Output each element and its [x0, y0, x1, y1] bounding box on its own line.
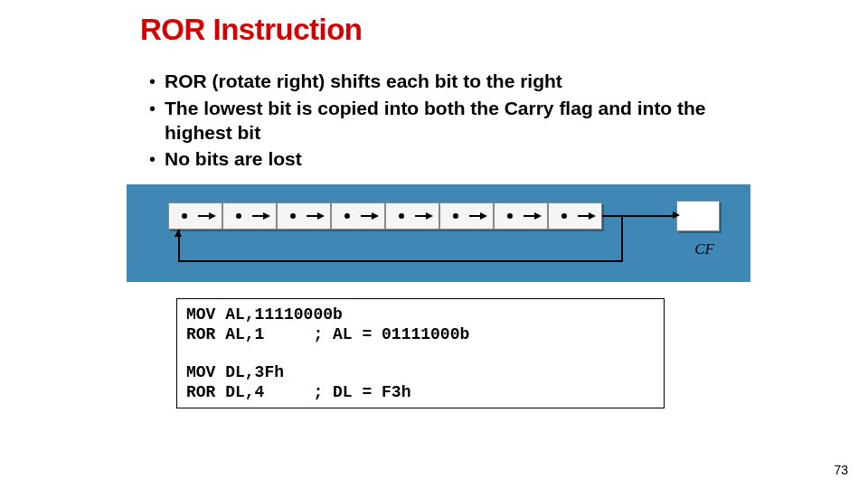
code-line: ROR DL,4 ; DL = F3h: [186, 382, 655, 402]
arrow-right-icon: [209, 212, 216, 220]
bullet-dot-icon: •: [149, 69, 156, 94]
arrow-right-icon: [534, 212, 542, 220]
ror-diagram: CF: [127, 184, 750, 282]
slide: ROR Instruction • ROR (rotate right) shi…: [0, 0, 868, 488]
bit-cell: [494, 202, 548, 230]
dot-icon: [182, 213, 187, 219]
carry-flag-label: CF: [694, 240, 714, 258]
slide-title: ROR Instruction: [140, 13, 868, 47]
code-example: MOV AL,11110000b ROR AL,1 ; AL = 0111100…: [176, 298, 665, 408]
bullet-text: No bits are lost: [165, 146, 302, 171]
arrow-up-icon: [175, 230, 182, 237]
connector-line: [621, 216, 623, 261]
dot-icon: [236, 213, 241, 219]
connector-line: [602, 215, 676, 217]
dot-icon: [290, 213, 296, 219]
arrow-right-icon: [480, 212, 487, 220]
arrow-right-icon: [263, 212, 270, 220]
bit-cell: [331, 202, 385, 230]
bullet-item: • No bits are lost: [149, 146, 737, 172]
code-line: MOV DL,3Fh: [186, 362, 655, 382]
arrow-right-icon: [673, 211, 680, 219]
carry-flag-box: [676, 201, 720, 231]
dot-icon: [507, 213, 513, 219]
bullet-text: ROR (rotate right) shifts each bit to th…: [165, 69, 562, 93]
bullet-text: The lowest bit is copied into both the C…: [165, 96, 737, 145]
arrow-right-icon: [317, 212, 325, 220]
code-line: ROR AL,1 ; AL = 01111000b: [186, 324, 655, 344]
bullet-list: • ROR (rotate right) shifts each bit to …: [149, 69, 737, 172]
bit-cell: [222, 202, 277, 230]
bullet-dot-icon: •: [149, 146, 156, 172]
bullet-item: • The lowest bit is copied into both the…: [149, 96, 737, 145]
dot-icon: [344, 213, 350, 219]
bit-cell: [439, 202, 494, 230]
dot-icon: [561, 213, 567, 219]
code-line: MOV AL,11110000b: [186, 305, 655, 324]
bullet-dot-icon: •: [149, 96, 156, 121]
arrow-right-icon: [426, 212, 433, 220]
arrow-right-icon: [372, 212, 379, 220]
dot-icon: [453, 213, 458, 219]
bit-register: [168, 202, 602, 230]
bit-cell: [548, 202, 602, 230]
bit-cell: [277, 202, 331, 230]
dot-icon: [399, 213, 404, 219]
bit-cell: [168, 202, 222, 230]
code-gap: [186, 344, 655, 362]
page-number: 73: [834, 463, 848, 477]
bullet-item: • ROR (rotate right) shifts each bit to …: [149, 69, 737, 94]
bit-cell: [385, 202, 439, 230]
connector-line: [178, 260, 623, 262]
arrow-right-icon: [589, 212, 596, 220]
